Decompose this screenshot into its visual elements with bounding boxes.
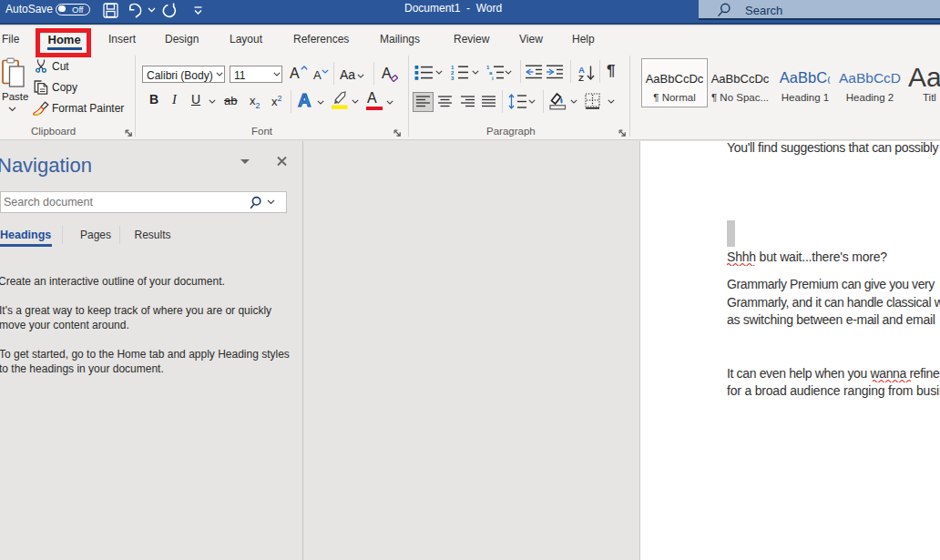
svg-text:i: i bbox=[492, 76, 494, 81]
svg-text:3: 3 bbox=[451, 76, 455, 81]
